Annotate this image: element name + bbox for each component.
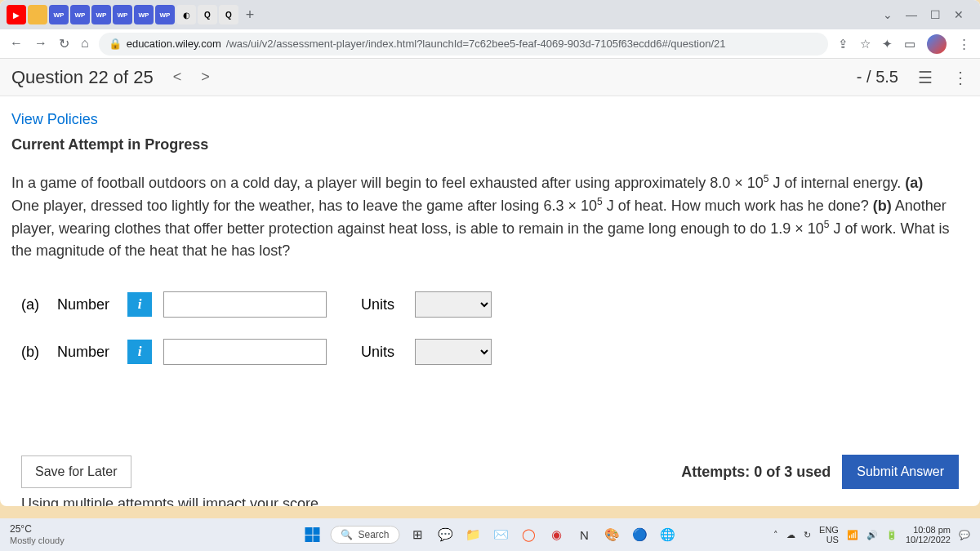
units-label: Units bbox=[361, 296, 403, 313]
url-input[interactable]: 🔒 education.wiley.com/was/ui/v2/assessme… bbox=[99, 33, 828, 56]
back-icon[interactable]: ← bbox=[10, 36, 23, 51]
tab-youtube[interactable]: ▶ bbox=[7, 5, 26, 24]
tab-strip: ▶ WP WP WP WP WP WP ◐ Q Q + ⌄ — ☐ ✕ bbox=[0, 0, 980, 29]
explorer-icon[interactable]: 📁 bbox=[464, 525, 483, 544]
save-for-later-button[interactable]: Save for Later bbox=[21, 455, 131, 488]
extensions-icon[interactable]: ✦ bbox=[882, 37, 893, 51]
cloud-icon[interactable]: ☁ bbox=[786, 530, 795, 540]
reload-icon[interactable]: ↻ bbox=[59, 36, 69, 51]
weather-desc: Mostly cloudy bbox=[10, 535, 65, 545]
tab-quora-2[interactable]: Q bbox=[219, 5, 238, 24]
tab-quora-1[interactable]: Q bbox=[198, 5, 217, 24]
submit-answer-button[interactable]: Submit Answer bbox=[842, 455, 959, 489]
prev-question-button[interactable]: < bbox=[173, 69, 182, 86]
info-icon[interactable]: i bbox=[127, 292, 152, 317]
maximize-icon[interactable]: ☐ bbox=[930, 8, 941, 21]
score-display: - / 5.5 bbox=[857, 68, 898, 87]
forward-icon[interactable]: → bbox=[34, 36, 47, 51]
tab-wileyplus-3[interactable]: WP bbox=[91, 5, 111, 24]
question-title: Question 22 of 25 bbox=[11, 67, 154, 88]
next-question-button[interactable]: > bbox=[201, 69, 210, 86]
hint-text-1: Using multiple attempts will impact your… bbox=[11, 495, 969, 506]
tab-generic[interactable] bbox=[28, 5, 47, 24]
part-label: (a) bbox=[21, 296, 46, 313]
new-tab-button[interactable]: + bbox=[240, 5, 260, 24]
app-icon-3[interactable]: 🎨 bbox=[603, 525, 622, 544]
number-input-a[interactable] bbox=[163, 291, 327, 318]
battery-icon[interactable]: 🔋 bbox=[886, 530, 898, 540]
tab-wileyplus-2[interactable]: WP bbox=[70, 5, 90, 24]
star-icon[interactable]: ☆ bbox=[860, 37, 871, 51]
notification-icon[interactable]: 💬 bbox=[959, 530, 970, 540]
tab-wileyplus-6[interactable]: WP bbox=[155, 5, 175, 24]
taskbar: 25°C Mostly cloudy 🔍Search ⊞ 💬 📁 ✉️ ◯ ◉ … bbox=[0, 518, 980, 551]
more-icon[interactable]: ⋮ bbox=[952, 68, 969, 87]
profile-avatar[interactable] bbox=[927, 34, 947, 54]
minimize-icon[interactable]: — bbox=[906, 8, 917, 21]
chevron-up-icon[interactable]: ˄ bbox=[773, 530, 778, 540]
units-label: Units bbox=[361, 344, 403, 361]
app-icon-2[interactable]: ◉ bbox=[547, 525, 567, 544]
url-host: education.wiley.com bbox=[127, 38, 221, 50]
share-icon[interactable]: ⇪ bbox=[838, 37, 849, 51]
units-select-a[interactable] bbox=[415, 291, 492, 318]
home-icon[interactable]: ⌂ bbox=[81, 36, 89, 51]
chat-icon[interactable]: 💬 bbox=[436, 525, 456, 544]
wifi-icon[interactable]: 📶 bbox=[847, 530, 858, 540]
task-view-icon[interactable]: ⊞ bbox=[408, 525, 428, 544]
attempts-text: Attempts: 0 of 3 used bbox=[681, 464, 831, 481]
url-path: /was/ui/v2/assessment-player/index.html?… bbox=[226, 38, 726, 50]
notion-icon[interactable]: N bbox=[575, 525, 595, 544]
lock-icon: 🔒 bbox=[109, 38, 122, 50]
clock[interactable]: 10:08 pm 10/12/2022 bbox=[906, 525, 951, 544]
tab-wileyplus-5[interactable]: WP bbox=[134, 5, 154, 24]
sync-icon[interactable]: ↻ bbox=[804, 530, 811, 540]
weather-widget[interactable]: 25°C Mostly cloudy bbox=[10, 524, 65, 544]
number-label: Number bbox=[57, 344, 116, 361]
edge-icon[interactable]: 🌐 bbox=[658, 525, 678, 544]
search-icon: 🔍 bbox=[341, 529, 353, 540]
mail-icon[interactable]: ✉️ bbox=[492, 525, 511, 544]
tab-wileyplus-4[interactable]: WP bbox=[113, 5, 132, 24]
question-text: In a game of football outdoors on a cold… bbox=[11, 171, 969, 262]
panel-icon[interactable]: ▭ bbox=[904, 37, 915, 51]
address-bar: ← → ↻ ⌂ 🔒 education.wiley.com/was/ui/v2/… bbox=[0, 29, 980, 59]
number-input-b[interactable] bbox=[163, 339, 327, 365]
attempt-status: Current Attempt in Progress bbox=[11, 136, 969, 153]
list-icon[interactable]: ☰ bbox=[918, 68, 933, 87]
language-indicator[interactable]: ENG US bbox=[819, 525, 839, 544]
number-label: Number bbox=[57, 296, 116, 313]
answer-row-b: (b) Number i Units bbox=[11, 339, 969, 365]
app-icon-4[interactable]: 🔵 bbox=[630, 525, 650, 544]
content-area: View Policies Current Attempt in Progres… bbox=[0, 96, 980, 506]
info-icon[interactable]: i bbox=[127, 340, 152, 364]
chevron-down-icon[interactable]: ⌄ bbox=[883, 8, 893, 21]
weather-temp: 25°C bbox=[10, 524, 65, 535]
question-header: Question 22 of 25 < > - / 5.5 ☰ ⋮ bbox=[0, 59, 980, 96]
view-policies-link[interactable]: View Policies bbox=[11, 111, 969, 128]
units-select-b[interactable] bbox=[415, 339, 492, 365]
volume-icon[interactable]: 🔊 bbox=[866, 530, 878, 540]
close-icon[interactable]: ✕ bbox=[954, 8, 964, 21]
tab-generic-2[interactable]: ◐ bbox=[176, 5, 196, 24]
answer-row-a: (a) Number i Units bbox=[11, 291, 969, 318]
app-icon-1[interactable]: ◯ bbox=[519, 525, 539, 544]
taskbar-search[interactable]: 🔍Search bbox=[330, 526, 399, 544]
part-label: (b) bbox=[21, 344, 46, 361]
footer-row: Save for Later Attempts: 0 of 3 used Sub… bbox=[11, 455, 969, 489]
start-button[interactable] bbox=[302, 525, 322, 544]
tab-wileyplus-1[interactable]: WP bbox=[49, 5, 69, 24]
kebab-menu-icon[interactable]: ⋮ bbox=[958, 37, 970, 51]
